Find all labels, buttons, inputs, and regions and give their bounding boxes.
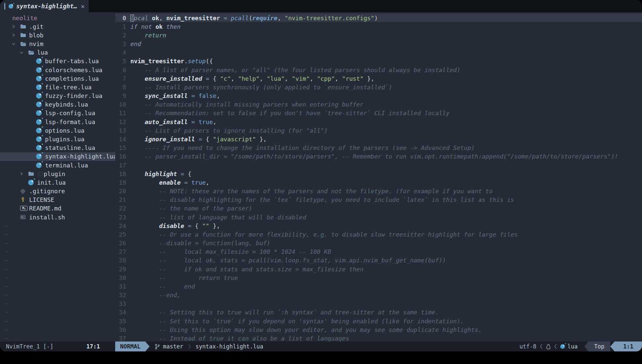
empty-line-tilde: ~: [0, 221, 115, 230]
code-line[interactable]: 37 -- Instead of true it can also be a l…: [115, 334, 642, 341]
tree-item-label: lua: [37, 49, 48, 56]
tree-item-fuzzy-finder.lua[interactable]: fuzzy-finder.lua: [0, 92, 115, 100]
code-line[interactable]: 2 return: [115, 31, 642, 39]
code-line[interactable]: 7 ensure_installed = { "c", "help", "lua…: [115, 74, 642, 83]
code-line[interactable]: 5nvim_treesitter.setup({: [115, 57, 642, 66]
code-line[interactable]: 14 ignore_install = { "javascript" },: [115, 135, 642, 143]
tree-item-README.md[interactable]: M↓README.md: [0, 204, 115, 213]
code-line[interactable]: 12 auto_install = true,: [115, 117, 642, 126]
tree-item-options.lua[interactable]: options.lua: [0, 126, 115, 135]
tree-item-.gitignore[interactable]: .gitignore: [0, 187, 115, 195]
line-number: 23: [115, 214, 130, 221]
tree-item-plugins.lua[interactable]: plugins.lua: [0, 135, 115, 143]
line-number: 13: [115, 127, 130, 134]
code-line[interactable]: 33: [115, 299, 642, 308]
code-text: -- Or use a function for more flexibilit…: [130, 231, 518, 238]
code-line[interactable]: 18 highlight = {: [115, 169, 642, 178]
code-line[interactable]: 20 -- NOTE: these are the names of the p…: [115, 187, 642, 195]
code-line[interactable]: 28 -- local ok, stats = pcall(vim.loop.f…: [115, 256, 642, 265]
code-line[interactable]: 24 disable = { "" },: [115, 221, 642, 230]
code-line[interactable]: 15 ---- If you need to change the instal…: [115, 144, 642, 152]
code-line[interactable]: 29 -- if ok and stats and stats.size > m…: [115, 265, 642, 273]
statusline: NvimTree_1 [-] 17:1 NORMAL master syntax…: [0, 341, 642, 351]
tree-item-.git[interactable]: .git: [0, 22, 115, 31]
tree-item-file-tree.lua[interactable]: file-tree.lua: [0, 83, 115, 91]
chevron-right-icon[interactable]: [12, 33, 20, 37]
code-line[interactable]: 31 -- end: [115, 282, 642, 291]
code-line[interactable]: 23 -- list of language that will be disa…: [115, 213, 642, 221]
lua-file-icon: [36, 162, 44, 168]
chevron-down-icon[interactable]: [20, 51, 28, 55]
code-text: local ok, nvim_treesitter = pcall(requir…: [130, 15, 378, 22]
lua-file-icon: [36, 145, 44, 151]
code-line[interactable]: 36 -- Using this option may slow down yo…: [115, 325, 642, 334]
chevron-right-icon[interactable]: [20, 172, 28, 176]
tree-item-plugin[interactable]: plugin: [0, 169, 115, 178]
line-number: 11: [115, 110, 130, 116]
tree-item-lsp-config.lua[interactable]: lsp-config.lua: [0, 109, 115, 117]
code-text: sync_install = false,: [130, 92, 220, 99]
close-icon[interactable]: ×: [81, 3, 85, 10]
code-line[interactable]: 34 -- Setting this to true will run `:h …: [115, 308, 642, 317]
tree-item-terminal.lua[interactable]: terminal.lua: [0, 161, 115, 169]
code-line[interactable]: 32 --end,: [115, 291, 642, 299]
empty-line-tilde: ~: [0, 230, 115, 239]
lua-file-icon: [36, 67, 44, 73]
chevron-right-icon[interactable]: [12, 24, 20, 28]
chevron-down-icon[interactable]: [12, 42, 20, 46]
code-line[interactable]: 17: [115, 161, 642, 169]
tree-item-label: colorschemes.lua: [45, 67, 102, 73]
code-line[interactable]: 8 -- Install parsers synchronously (only…: [115, 83, 642, 91]
code-line[interactable]: 1if not ok then: [115, 22, 642, 31]
powerline-arrow-icon: [145, 341, 150, 351]
tree-item-lsp-format.lua[interactable]: lsp-format.lua: [0, 117, 115, 126]
code-line[interactable]: 30 -- return true: [115, 273, 642, 282]
line-number: 19: [115, 179, 130, 186]
code-line[interactable]: 4: [115, 48, 642, 57]
code-text: if not ok then: [130, 23, 181, 30]
tree-item-blob[interactable]: blob: [0, 31, 115, 39]
code-line[interactable]: 26 --disable = function(lang, buf): [115, 239, 642, 247]
tree-item-keybinds.lua[interactable]: keybinds.lua: [0, 100, 115, 109]
code-line[interactable]: 9 sync_install = false,: [115, 92, 642, 100]
code-line[interactable]: 27 -- local max_filesize = 100 * 1024 --…: [115, 248, 642, 256]
code-text: end: [130, 40, 141, 47]
code-text: return: [130, 32, 166, 39]
code-line[interactable]: 16 -- parser_install_dir = "/some/path/t…: [115, 152, 642, 161]
tree-item-nvim[interactable]: nvim: [0, 40, 115, 48]
code-line[interactable]: 0local ok, nvim_treesitter = pcall(requi…: [115, 14, 642, 22]
code-line[interactable]: 25 -- Or use a function for more flexibi…: [115, 230, 642, 239]
code-line[interactable]: 6 -- A list of parser names, or "all" (t…: [115, 66, 642, 74]
code-line[interactable]: 13 -- List of parsers to ignore installi…: [115, 126, 642, 135]
tree-item-LICENSE[interactable]: LICENSE: [0, 196, 115, 204]
tab-active-indicator: [4, 3, 5, 10]
tree-root[interactable]: neolite: [0, 14, 115, 22]
code-line[interactable]: 22 -- the name of the parser): [115, 204, 642, 213]
code-line[interactable]: 11 -- Recommendation: set to false if yo…: [115, 109, 642, 117]
code-text: -- local max_filesize = 100 * 1024 -- 10…: [130, 248, 331, 255]
code-line[interactable]: 21 -- disable highlighting for the `tex`…: [115, 196, 642, 204]
code-line[interactable]: 35 -- Set this to `true` if you depend o…: [115, 317, 642, 325]
folder-open-icon: [28, 50, 36, 56]
code-line[interactable]: 19 enable = true,: [115, 178, 642, 187]
line-number: 5: [115, 58, 130, 65]
line-number: 7: [115, 75, 130, 82]
code-text: -- A list of parser names, or "all" (the…: [130, 67, 460, 73]
buffer-tab[interactable]: syntax-highlight… ×: [0, 0, 89, 12]
tree-item-lua[interactable]: lua: [0, 48, 115, 57]
tree-item-init.lua[interactable]: init.lua: [0, 178, 115, 187]
file-tree: neolite.gitblobnvimluabuffer-tabs.luacol…: [0, 14, 115, 341]
tree-item-colorschemes.lua[interactable]: colorschemes.lua: [0, 66, 115, 74]
tree-item-install.sh[interactable]: >_install.sh: [0, 213, 115, 221]
lua-file-icon: [36, 84, 44, 90]
tree-item-syntax-highlight.lua[interactable]: syntax-highlight.lua: [0, 152, 115, 161]
tree-item-buffer-tabs.lua[interactable]: buffer-tabs.lua: [0, 57, 115, 66]
tree-root-label: neolite: [12, 15, 37, 22]
code-line[interactable]: 10 -- Automatically install missing pars…: [115, 100, 642, 109]
tree-item-statusline.lua[interactable]: statusline.lua: [0, 144, 115, 152]
code-text: -- disable highlighting for the `tex` fi…: [130, 196, 514, 203]
code-text: highlight = {: [130, 170, 191, 177]
statusline-branch: master: [155, 343, 183, 350]
tree-item-completions.lua[interactable]: completions.lua: [0, 74, 115, 83]
code-line[interactable]: 3end: [115, 40, 642, 48]
